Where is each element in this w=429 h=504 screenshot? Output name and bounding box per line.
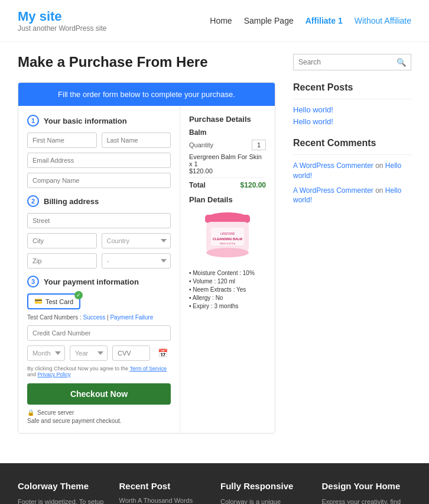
nav-home[interactable]: Home	[210, 16, 232, 25]
card-check-icon: ✓	[74, 291, 83, 299]
feature-moisture: Moisture Content : 10%	[189, 270, 266, 276]
footer-grid: Colorway Theme Footer is widgetized. To …	[18, 481, 411, 504]
feature-expiry: Expiry : 3 months	[189, 303, 266, 309]
purchase-details-title: Purchase Details	[189, 115, 266, 124]
product-line-row: Evergreen Balm For Skin x 1 $120.00	[189, 153, 266, 175]
search-icon: 🔍	[396, 58, 407, 67]
last-name-input[interactable]	[102, 133, 171, 148]
footer-col4-text: Express your creativity, find inspiratio…	[322, 497, 412, 504]
section2-number: 2	[27, 195, 39, 207]
company-row	[27, 173, 171, 188]
nav-without-affiliate[interactable]: Without Affiliate	[355, 16, 411, 25]
site-tagline: Just another WordPress site	[18, 24, 107, 33]
product-price: $120.00	[189, 167, 266, 175]
name-row	[27, 133, 171, 148]
card-icon: 💳	[34, 298, 43, 305]
zip-input[interactable]	[27, 253, 97, 269]
footer-recent-post1[interactable]: Worth A Thousand Words	[119, 497, 209, 504]
recent-posts-divider	[293, 99, 411, 99]
footer-col4: Design Your Home Express your creativity…	[322, 481, 412, 504]
order-form-header: Fill the order form below to complete yo…	[18, 83, 275, 106]
search-input[interactable]	[294, 54, 392, 70]
commenter2-link[interactable]: A WordPress Commenter	[293, 186, 373, 195]
section3-label: 3 Your payment information	[27, 276, 171, 287]
site-branding: My site Just another WordPress site	[18, 9, 107, 33]
section2-label: 2 Billing address	[27, 195, 171, 207]
recent-post-2[interactable]: Hello world!	[293, 117, 411, 126]
footer-col1-title: Colorway Theme	[18, 481, 108, 491]
footer-col2-title: Recent Post	[119, 481, 209, 491]
svg-text:LIFEFORD: LIFEFORD	[220, 232, 235, 235]
nav-sample-page[interactable]: Sample Page	[244, 16, 294, 25]
commenter1-link[interactable]: A WordPress Commenter	[293, 161, 373, 170]
svg-text:CLEANSING BALM: CLEANSING BALM	[213, 237, 242, 241]
first-name-input[interactable]	[27, 133, 97, 148]
section3-title: Your payment information	[44, 277, 139, 286]
email-input[interactable]	[27, 153, 171, 168]
recent-comment-1: A WordPress Commenter on Hello world!	[293, 161, 411, 181]
secure-badge: 🔒 Secure server	[27, 409, 171, 416]
search-button[interactable]: 🔍	[392, 54, 411, 70]
footer-col1-text: Footer is widgetized. To setup the foote…	[18, 497, 108, 504]
failure-link[interactable]: Payment Failure	[110, 314, 153, 321]
calendar-icon: 📅	[155, 345, 171, 361]
svg-point-3	[206, 248, 249, 257]
recent-posts-title: Recent Posts	[293, 82, 411, 93]
street-input[interactable]	[27, 213, 171, 228]
company-input[interactable]	[27, 173, 171, 188]
section1-number: 1	[27, 115, 39, 127]
recent-comments-title: Recent Comments	[293, 138, 411, 148]
recent-comment-2: A WordPress Commenter on Hello world!	[293, 186, 411, 206]
order-form-body: 1 Your basic information	[18, 106, 275, 433]
feature-neem: Neem Extracts : Yes	[189, 286, 266, 293]
success-link[interactable]: Success	[83, 314, 105, 321]
order-form-container: Fill the order form below to complete yo…	[18, 82, 275, 434]
safe-text: Safe and secure payment checkout.	[27, 418, 171, 424]
lock-icon: 🔒	[27, 409, 34, 416]
billing-section: 2 Billing address Country	[27, 195, 171, 269]
total-row: Total $120.00	[189, 177, 266, 189]
section2-title: Billing address	[44, 197, 99, 206]
main-nav: Home Sample Page Affiliate 1 Without Aff…	[210, 16, 411, 25]
sidebar: 🔍 Recent Posts Hello world! Hello world!…	[293, 54, 411, 434]
section1-label: 1 Your basic information	[27, 115, 171, 127]
month-select[interactable]: Month	[27, 345, 65, 361]
secure-text: Secure server	[37, 409, 74, 416]
page-title: Make a Purchase From Here	[18, 54, 275, 70]
card-number-input[interactable]	[27, 325, 171, 341]
search-box: 🔍	[293, 54, 411, 70]
cvv-input[interactable]	[112, 345, 150, 361]
total-amount: $120.00	[240, 181, 266, 189]
test-card-numbers: Test Card Numbers : Success | Payment Fa…	[27, 314, 171, 321]
quantity-row: Quantity 1	[189, 140, 266, 150]
card-option[interactable]: 💳 Test Card ✓	[27, 293, 80, 309]
quantity-value: 1	[252, 140, 266, 150]
form-right: Purchase Details Balm Quantity 1 Evergre…	[180, 106, 275, 433]
total-label: Total	[189, 181, 206, 189]
footer-col3-text: Colorway is a unique responsive WordPres…	[220, 497, 310, 504]
site-header: My site Just another WordPress site Home…	[0, 0, 429, 42]
section1-title: Your basic information	[44, 117, 127, 125]
card-label: Test Card	[46, 298, 73, 305]
email-row	[27, 153, 171, 168]
card-number-row	[27, 325, 171, 341]
product-line: Evergreen Balm For Skin x 1	[189, 153, 266, 167]
svg-rect-1	[205, 215, 250, 223]
checkout-button[interactable]: Checkout Now	[27, 383, 171, 405]
form-left: 1 Your basic information	[18, 106, 180, 433]
site-title: My site	[18, 9, 107, 24]
product-image: LIFEFORD CLEANSING BALM 120ml / 4.11 fl …	[198, 209, 257, 262]
city-country-row: Country	[27, 233, 171, 248]
zip-row: -	[27, 253, 171, 269]
country-select[interactable]: Country	[102, 233, 171, 248]
nav-affiliate1[interactable]: Affiliate 1	[306, 16, 343, 25]
quantity-label: Quantity	[189, 141, 213, 148]
zip-select[interactable]: -	[102, 253, 171, 269]
content-area: Make a Purchase From Here Fill the order…	[18, 54, 275, 434]
footer-col4-title: Design Your Home	[322, 481, 412, 491]
year-select[interactable]: Year	[70, 345, 108, 361]
terms-of-service-link[interactable]: Term of Service	[129, 366, 167, 371]
privacy-policy-link[interactable]: Privacy Policy	[38, 371, 71, 377]
city-input[interactable]	[27, 233, 97, 248]
recent-post-1[interactable]: Hello world!	[293, 105, 411, 114]
